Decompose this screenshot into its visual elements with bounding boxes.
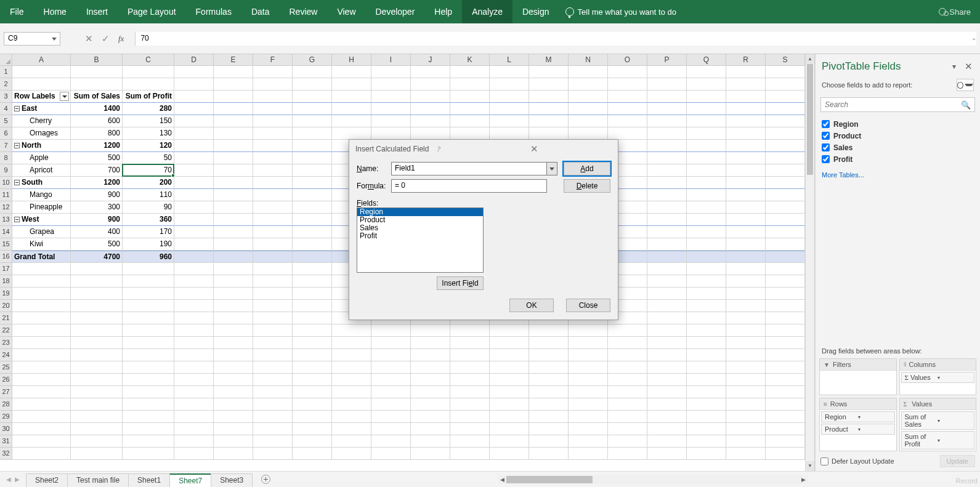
cell[interactable]	[411, 115, 450, 127]
cell[interactable]	[332, 411, 371, 423]
cell[interactable]	[529, 361, 569, 374]
cell[interactable]	[608, 91, 647, 103]
cell[interactable]	[174, 91, 214, 103]
cell[interactable]	[293, 423, 332, 435]
cell[interactable]	[293, 251, 332, 263]
cell[interactable]	[174, 66, 214, 78]
cell[interactable]	[253, 386, 293, 398]
cell[interactable]	[71, 324, 123, 337]
cell[interactable]	[766, 78, 805, 91]
cell[interactable]	[332, 66, 371, 78]
cell[interactable]	[766, 374, 805, 386]
cell[interactable]	[766, 238, 805, 251]
cell[interactable]	[529, 349, 569, 361]
cell[interactable]	[123, 324, 174, 337]
cell[interactable]	[214, 78, 253, 91]
cell[interactable]	[411, 386, 450, 398]
cell[interactable]	[569, 91, 608, 103]
cell[interactable]	[332, 337, 371, 349]
cell[interactable]	[766, 152, 805, 164]
cell[interactable]	[214, 435, 253, 448]
cell[interactable]	[214, 140, 253, 152]
field-checkbox[interactable]	[822, 155, 830, 163]
cell[interactable]	[371, 374, 411, 386]
dialog-ok-button[interactable]: OK	[509, 299, 554, 312]
cell[interactable]	[766, 251, 805, 263]
cell[interactable]	[411, 91, 450, 103]
cell[interactable]	[726, 337, 766, 349]
cell[interactable]	[726, 435, 766, 448]
cell[interactable]	[647, 361, 687, 374]
cell[interactable]	[687, 164, 726, 177]
cell[interactable]	[647, 263, 687, 275]
ribbon-tab-view[interactable]: View	[327, 0, 365, 23]
row-header[interactable]: 31	[0, 435, 12, 448]
cell[interactable]	[174, 324, 214, 337]
cell[interactable]	[726, 140, 766, 152]
cell[interactable]	[214, 152, 253, 164]
cell[interactable]	[687, 300, 726, 312]
nav-prev-icon[interactable]: ◀	[6, 476, 11, 483]
cell[interactable]	[687, 189, 726, 201]
row-header[interactable]: 13	[0, 214, 12, 226]
cell[interactable]	[71, 374, 123, 386]
row-header[interactable]: 18	[0, 275, 12, 288]
share-button[interactable]: Share	[939, 7, 971, 17]
ribbon-tab-file[interactable]: File	[0, 0, 34, 23]
cell[interactable]	[647, 448, 687, 460]
cell[interactable]	[174, 152, 214, 164]
cell[interactable]	[253, 398, 293, 411]
dialog-insert-field-button[interactable]: Insert Field	[437, 276, 484, 290]
scroll-up-icon[interactable]: ▲	[806, 54, 814, 64]
cell[interactable]	[411, 324, 450, 337]
cell[interactable]	[293, 349, 332, 361]
cell[interactable]	[766, 386, 805, 398]
cell[interactable]	[174, 238, 214, 251]
dialog-formula-input[interactable]: = 0	[391, 179, 547, 193]
cell[interactable]	[332, 435, 371, 448]
cell[interactable]	[766, 312, 805, 324]
cell[interactable]	[647, 115, 687, 127]
cell[interactable]	[174, 140, 214, 152]
column-header[interactable]: I	[371, 54, 411, 66]
cell[interactable]	[766, 177, 805, 189]
cell[interactable]	[332, 324, 371, 337]
more-tables-link[interactable]: More Tables...	[816, 166, 980, 183]
cell[interactable]	[214, 288, 253, 300]
ribbon-tab-developer[interactable]: Developer	[366, 0, 425, 23]
cell[interactable]	[647, 164, 687, 177]
field-list-item[interactable]: Product	[822, 130, 974, 142]
cell[interactable]	[174, 361, 214, 374]
cell[interactable]	[12, 361, 71, 374]
cell[interactable]	[332, 91, 371, 103]
cell[interactable]	[293, 337, 332, 349]
cell[interactable]	[253, 374, 293, 386]
column-header[interactable]: O	[608, 54, 647, 66]
cell[interactable]	[174, 103, 214, 115]
cell[interactable]: 150	[123, 115, 174, 127]
cell[interactable]	[253, 361, 293, 374]
cell[interactable]	[371, 349, 411, 361]
cell[interactable]	[293, 91, 332, 103]
cell[interactable]	[647, 78, 687, 91]
cell[interactable]	[253, 78, 293, 91]
cell[interactable]	[293, 361, 332, 374]
cell[interactable]	[569, 361, 608, 374]
cell[interactable]	[371, 78, 411, 91]
column-header[interactable]: D	[174, 54, 214, 66]
cell[interactable]	[766, 164, 805, 177]
cell[interactable]	[214, 337, 253, 349]
cell[interactable]	[726, 324, 766, 337]
cell[interactable]	[214, 164, 253, 177]
cell[interactable]	[71, 288, 123, 300]
ribbon-tab-home[interactable]: Home	[34, 0, 76, 23]
area-item[interactable]: ΣValues▾	[901, 372, 975, 383]
cell[interactable]	[608, 324, 647, 337]
cell[interactable]	[174, 189, 214, 201]
cell[interactable]: 600	[71, 115, 123, 127]
cell[interactable]	[647, 288, 687, 300]
cell[interactable]	[608, 361, 647, 374]
cell[interactable]	[123, 374, 174, 386]
cell[interactable]	[293, 127, 332, 140]
sheet-nav[interactable]: ◀ ▶	[0, 476, 26, 483]
